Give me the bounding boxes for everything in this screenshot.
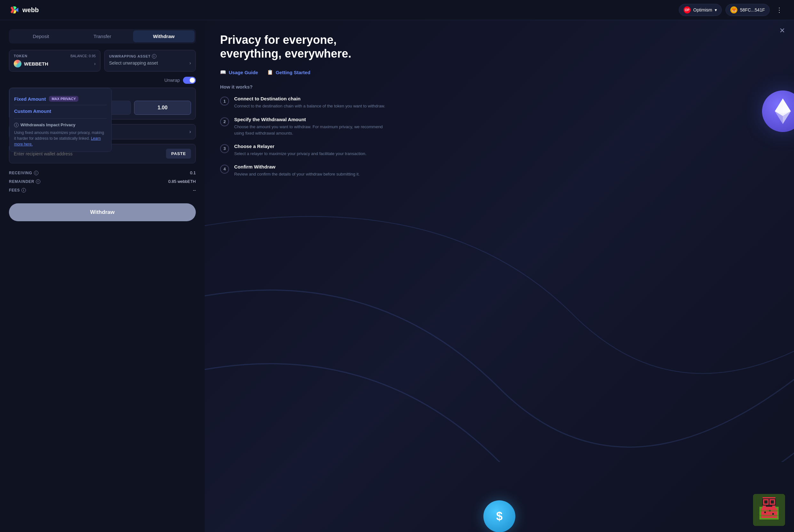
how-it-works-label: How it works? [220, 84, 779, 90]
clipboard-icon: 📋 [267, 69, 273, 75]
privacy-info-section: i Withdrawals Impact Privacy Using fixed… [14, 118, 107, 147]
svg-rect-12 [764, 500, 768, 504]
token-header-row: TOKEN BALANCE: 0.95 [14, 54, 96, 58]
summary-section: RECEIVING i 0.1 REMAINDER i 0.85 webbETH… [9, 169, 196, 194]
fees-info-icon: i [21, 188, 26, 192]
dollar-coin: $ [483, 500, 515, 532]
svg-rect-13 [771, 500, 774, 504]
privacy-info-text: Using fixed amounts maximizes your priva… [14, 130, 107, 147]
step-3-number: 3 [220, 144, 229, 153]
step-4-title: Confirm Withdraw [234, 164, 359, 169]
svg-marker-4 [783, 98, 791, 114]
logo-text: webb [22, 6, 39, 14]
close-button[interactable]: ✕ [779, 26, 785, 35]
paste-button[interactable]: PASTE [166, 149, 191, 158]
book-icon: 📖 [220, 69, 226, 75]
step-2-title: Specify the Withdrawal Amount [234, 117, 388, 122]
withdraw-button[interactable]: Withdraw [9, 203, 196, 221]
dropdown-custom-label: Custom Amount [14, 108, 51, 114]
step-1-number: 1 [220, 97, 229, 106]
svg-marker-5 [775, 98, 783, 114]
amount-dropdown-menu: Fixed Amount MAX PRIVACY Custom Amount i… [9, 88, 112, 152]
step-3-desc: Select a relayer to maximize your privac… [234, 151, 366, 157]
pixel-art-svg [753, 494, 785, 526]
step-2-number: 2 [220, 117, 229, 126]
wallet-address: 58FC...541F [740, 7, 765, 13]
left-panel: Deposit Transfer Withdraw TOKEN BALANCE:… [0, 20, 205, 532]
receiving-label: RECEIVING i [9, 171, 38, 175]
privacy-learn-more-link[interactable]: Learn more here. [14, 136, 101, 147]
max-privacy-badge: MAX PRIVACY [49, 96, 78, 102]
step-3-title: Choose a Relayer [234, 144, 366, 149]
page-heading: Privacy for everyone, everything, everyw… [220, 33, 380, 60]
step-3-content: Choose a Relayer Select a relayer to max… [234, 144, 366, 157]
remainder-label: REMAINDER i [9, 179, 40, 184]
pixel-inner [753, 494, 785, 526]
tab-bar: Deposit Transfer Withdraw [9, 29, 196, 43]
webb-logo-icon [9, 4, 20, 15]
step-2-content: Specify the Withdrawal Amount Choose the… [234, 117, 388, 136]
getting-started-link[interactable]: 📋 Getting Started [267, 69, 310, 75]
step-4-number: 4 [220, 165, 229, 174]
svg-rect-10 [772, 513, 774, 515]
svg-rect-16 [766, 505, 772, 507]
ethereum-icon [773, 97, 792, 126]
unwrap-toggle-label: Unwrap [164, 78, 180, 83]
unwrapping-placeholder: Select unwrapping asset [109, 60, 158, 65]
step-1-desc: Connect to the destination chain with a … [234, 103, 385, 109]
fees-label: FEES i [9, 188, 26, 192]
pixel-character [753, 494, 785, 526]
svg-rect-8 [764, 512, 766, 513]
svg-rect-7 [761, 508, 777, 518]
privacy-info-header: i Withdrawals Impact Privacy [14, 122, 107, 127]
remainder-row: REMAINDER i 0.85 webbETH [9, 177, 196, 186]
chevron-down-icon: ▾ [715, 7, 717, 13]
token-chevron-icon: › [94, 61, 96, 66]
receiving-info-icon: i [34, 171, 38, 175]
token-name: WEBBETH [14, 60, 48, 68]
remainder-info-icon: i [36, 179, 40, 184]
usage-guide-label: Usage Guide [229, 70, 258, 75]
step-3: 3 Choose a Relayer Select a relayer to m… [220, 144, 779, 157]
step-2-desc: Choose the amount you want to withdraw. … [234, 124, 388, 136]
fixed-amount-section: FIXED AMOUNT ▾ 0.10 0.50 1.00 Fixed Amou… [9, 88, 196, 119]
right-panel: ✕ Privacy for everyone, everything, ever… [205, 20, 794, 532]
tab-transfer[interactable]: Transfer [72, 31, 133, 42]
step-1-title: Connect to Destination chain [234, 96, 385, 101]
getting-started-label: Getting Started [276, 70, 310, 75]
logo: webb [9, 4, 39, 15]
guide-links: 📖 Usage Guide 📋 Getting Started [220, 69, 779, 75]
wallet-button[interactable]: 🦊 58FC...541F [725, 4, 770, 16]
token-label: TOKEN [14, 54, 27, 58]
more-button[interactable]: ⋮ [774, 5, 785, 15]
dropdown-custom-item[interactable]: Custom Amount [14, 105, 107, 117]
relayer-chevron-icon: › [189, 129, 191, 135]
receiving-row: RECEIVING i 0.1 [9, 169, 196, 177]
unwrap-toggle-row: Unwrap [9, 77, 196, 84]
svg-rect-17 [759, 510, 779, 512]
wallet-avatar: 🦊 [730, 6, 737, 14]
tab-deposit[interactable]: Deposit [10, 31, 72, 42]
amount-btn-100[interactable]: 1.00 [134, 101, 191, 115]
usage-guide-link[interactable]: 📖 Usage Guide [220, 69, 258, 75]
dropdown-fixed-item[interactable]: Fixed Amount MAX PRIVACY [14, 93, 107, 105]
token-name-text: WEBBETH [24, 61, 48, 66]
step-1: 1 Connect to Destination chain Connect t… [220, 96, 779, 109]
receiving-value: 0.1 [190, 170, 196, 175]
step-4-desc: Review and confirm the details of your w… [234, 171, 359, 177]
unwrap-toggle[interactable] [183, 77, 196, 84]
dropdown-fixed-label: Fixed Amount [14, 96, 46, 102]
header-right: OP Optimism ▾ 🦊 58FC...541F ⋮ [679, 4, 785, 16]
svg-rect-18 [759, 515, 779, 516]
main-layout: Deposit Transfer Withdraw TOKEN BALANCE:… [0, 20, 794, 532]
unwrapping-asset-box[interactable]: UNWRAPPING ASSET i Select unwrapping ass… [104, 50, 196, 72]
token-name-row: WEBBETH › [14, 60, 96, 68]
network-button[interactable]: OP Optimism ▾ [679, 4, 722, 16]
unwrapping-info-icon: i [152, 54, 156, 58]
token-balance: BALANCE: 0.95 [70, 54, 96, 58]
header: webb OP Optimism ▾ 🦊 58FC...541F ⋮ [0, 0, 794, 20]
tab-withdraw[interactable]: Withdraw [133, 31, 195, 42]
token-box[interactable]: TOKEN BALANCE: 0.95 WEBBETH › [9, 50, 100, 72]
op-badge: OP [684, 6, 691, 14]
unwrapping-chevron-icon: › [189, 60, 191, 65]
